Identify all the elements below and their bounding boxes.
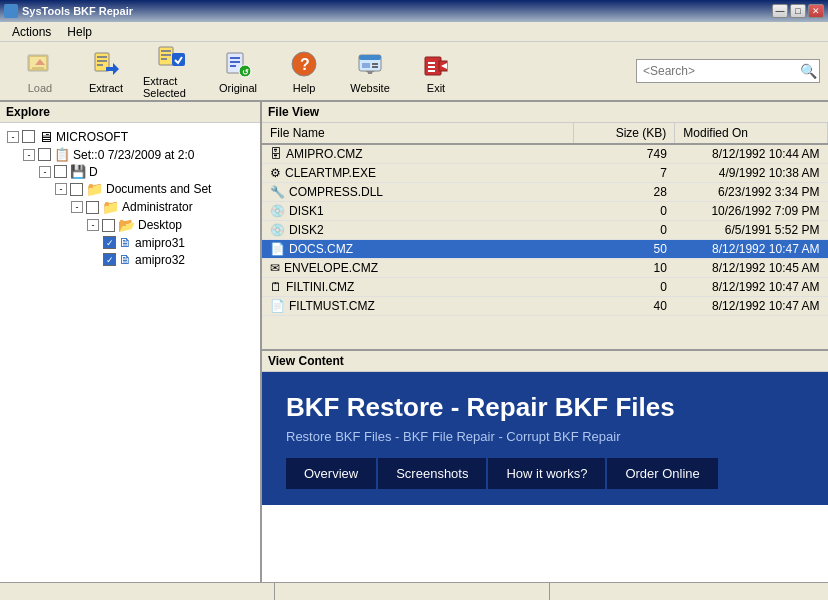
help-button[interactable]: ? Help: [272, 45, 336, 97]
view-content-header: View Content: [262, 351, 828, 372]
table-row[interactable]: 🗒FILTINI.CMZ08/12/1992 10:47 AM: [262, 278, 828, 297]
nav-screenshots[interactable]: Screenshots: [378, 458, 486, 489]
load-button[interactable]: Load: [8, 45, 72, 97]
extract-selected-icon: [156, 43, 188, 73]
checkbox-set[interactable]: [38, 148, 51, 161]
search-icon[interactable]: 🔍: [797, 60, 819, 82]
col-header-size[interactable]: Size (KB): [573, 123, 675, 144]
file-size-cell: 0: [573, 278, 675, 297]
tree-node-admin[interactable]: - 📁 Administrator: [4, 198, 256, 216]
nav-overview[interactable]: Overview: [286, 458, 376, 489]
toolbar: Load Extract Extra: [0, 42, 828, 102]
checkbox-desktop[interactable]: [102, 219, 115, 232]
app-title: SysTools BKF Repair: [22, 5, 133, 17]
original-button[interactable]: ↺ Original: [206, 45, 270, 97]
col-header-modified[interactable]: Modified On: [675, 123, 828, 144]
checkbox-amipro32[interactable]: ✓: [103, 253, 116, 266]
col-header-name[interactable]: File Name: [262, 123, 573, 144]
table-row[interactable]: 🗄AMIPRO.CMZ7498/12/1992 10:44 AM: [262, 144, 828, 164]
table-row[interactable]: 💿DISK1010/26/1992 7:09 PM: [262, 202, 828, 221]
file-row-icon: ✉: [270, 261, 280, 275]
original-label: Original: [219, 82, 257, 94]
file-row-icon: 📄: [270, 299, 285, 313]
svg-rect-25: [362, 63, 370, 68]
table-row[interactable]: 💿DISK206/5/1991 5:52 PM: [262, 221, 828, 240]
expand-icon-microsoft[interactable]: -: [7, 131, 19, 143]
nav-how-it-works[interactable]: How it works?: [488, 458, 605, 489]
file-modified-cell: 8/12/1992 10:47 AM: [675, 297, 828, 316]
explore-panel: Explore - 🖥 MICROSOFT - 📋 Set::0 7/23/20…: [0, 102, 262, 598]
extract-label: Extract: [89, 82, 123, 94]
tree-node-microsoft[interactable]: - 🖥 MICROSOFT: [4, 127, 256, 146]
extract-selected-button[interactable]: Extract Selected: [140, 45, 204, 97]
tree-node-amipro32[interactable]: ✓ 🗎 amipro32: [4, 251, 256, 268]
tree-label-set: Set::0 7/23/2009 at 2:0: [73, 148, 194, 162]
folder-icon-docs: 📁: [86, 181, 103, 197]
tree-node-d[interactable]: - 💾 D: [4, 163, 256, 180]
search-input[interactable]: [637, 61, 797, 81]
file-name-cell: 💿DISK1: [262, 202, 573, 221]
file-modified-cell: 8/12/1992 10:47 AM: [675, 240, 828, 259]
explore-header: Explore: [0, 102, 260, 123]
maximize-button[interactable]: □: [790, 4, 806, 18]
expand-icon-desktop[interactable]: -: [87, 219, 99, 231]
file-size-cell: 0: [573, 221, 675, 240]
status-segment-1: [4, 583, 275, 600]
file-size-cell: 50: [573, 240, 675, 259]
banner-nav: Overview Screenshots How it works? Order…: [286, 458, 804, 489]
tree-label-microsoft: MICROSOFT: [56, 130, 128, 144]
expand-icon-admin[interactable]: -: [71, 201, 83, 213]
table-row[interactable]: ✉ENVELOPE.CMZ108/12/1992 10:45 AM: [262, 259, 828, 278]
exit-label: Exit: [427, 82, 445, 94]
expand-icon-docs[interactable]: -: [55, 183, 67, 195]
extract-selected-label: Extract Selected: [143, 75, 201, 99]
status-segment-3: [554, 583, 824, 600]
view-content-body: BKF Restore - Repair BKF Files Restore B…: [262, 372, 828, 598]
file-size-cell: 749: [573, 144, 675, 164]
view-content-panel: View Content BKF Restore - Repair BKF Fi…: [262, 351, 828, 598]
file-row-icon: 📄: [270, 242, 285, 256]
tree-node-amipro31[interactable]: ✓ 🗎 amipro31: [4, 234, 256, 251]
nav-order-online[interactable]: Order Online: [607, 458, 717, 489]
status-segment-2: [279, 583, 550, 600]
checkbox-docs[interactable]: [70, 183, 83, 196]
exit-button[interactable]: Exit: [404, 45, 468, 97]
table-row[interactable]: 📄FILTMUST.CMZ408/12/1992 10:47 AM: [262, 297, 828, 316]
file-name-cell: ⚙CLEARTMP.EXE: [262, 164, 573, 183]
file-table-body: 🗄AMIPRO.CMZ7498/12/1992 10:44 AM⚙CLEARTM…: [262, 144, 828, 316]
close-button[interactable]: ✕: [808, 4, 824, 18]
tree-label-amipro31: amipro31: [135, 236, 185, 250]
file-size-cell: 10: [573, 259, 675, 278]
minimize-button[interactable]: —: [772, 4, 788, 18]
file-modified-cell: 6/5/1991 5:52 PM: [675, 221, 828, 240]
svg-rect-26: [372, 63, 378, 65]
file-size-cell: 40: [573, 297, 675, 316]
search-box: 🔍: [636, 59, 820, 83]
website-button[interactable]: Website: [338, 45, 402, 97]
table-row[interactable]: 🔧COMPRESS.DLL286/23/1992 3:34 PM: [262, 183, 828, 202]
checkbox-admin[interactable]: [86, 201, 99, 214]
expand-icon-d[interactable]: -: [39, 166, 51, 178]
titlebar-left: SysTools BKF Repair: [4, 4, 133, 18]
extract-button[interactable]: Extract: [74, 45, 138, 97]
menu-actions[interactable]: Actions: [4, 23, 59, 41]
table-row[interactable]: 📄DOCS.CMZ508/12/1992 10:47 AM: [262, 240, 828, 259]
tree-node-docs[interactable]: - 📁 Documents and Set: [4, 180, 256, 198]
help-icon: ?: [288, 48, 320, 80]
svg-rect-13: [161, 58, 167, 60]
menu-help[interactable]: Help: [59, 23, 100, 41]
file-name-cell: 💿DISK2: [262, 221, 573, 240]
tree-node-desktop[interactable]: - 📂 Desktop: [4, 216, 256, 234]
checkbox-amipro31[interactable]: ✓: [103, 236, 116, 249]
expand-icon-set[interactable]: -: [23, 149, 35, 161]
file-table-container[interactable]: File Name Size (KB) Modified On 🗄AMIPRO.…: [262, 123, 828, 349]
table-row[interactable]: ⚙CLEARTMP.EXE74/9/1992 10:38 AM: [262, 164, 828, 183]
svg-rect-9: [106, 67, 114, 71]
file-icon-amipro31: 🗎: [119, 235, 132, 250]
checkbox-d[interactable]: [54, 165, 67, 178]
banner-title: BKF Restore - Repair BKF Files: [286, 392, 804, 423]
file-modified-cell: 8/12/1992 10:47 AM: [675, 278, 828, 297]
checkbox-microsoft[interactable]: [22, 130, 35, 143]
tree-node-set[interactable]: - 📋 Set::0 7/23/2009 at 2:0: [4, 146, 256, 163]
tree-label-admin: Administrator: [122, 200, 193, 214]
